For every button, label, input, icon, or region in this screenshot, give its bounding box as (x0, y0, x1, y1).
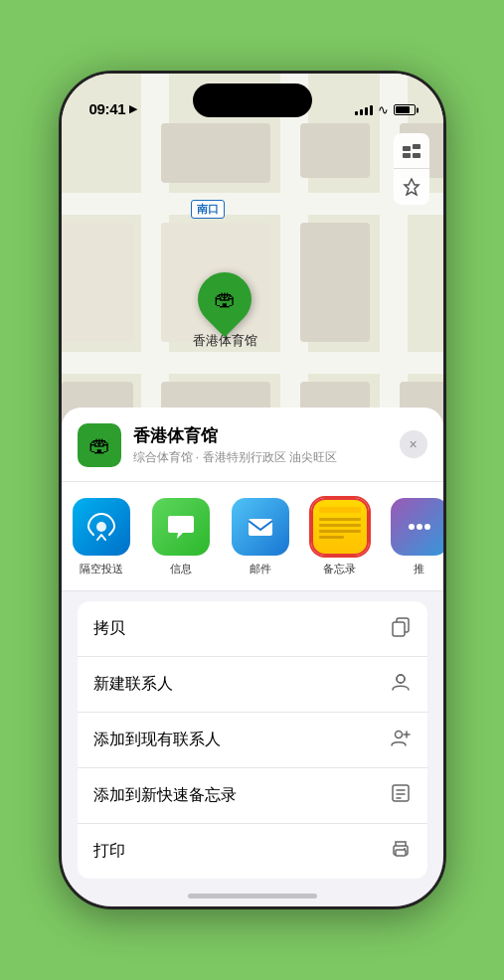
svg-rect-1 (413, 144, 420, 149)
note-icon (390, 782, 412, 809)
stadium-marker: 🏟 香港体育馆 (193, 272, 257, 350)
home-indicator-area (62, 879, 443, 906)
phone-frame: 09:41 ▶ ∿ (59, 71, 446, 909)
print-icon (390, 838, 412, 865)
copy-icon (390, 615, 412, 642)
share-message[interactable]: 信息 (141, 498, 221, 576)
dynamic-island (193, 83, 312, 117)
svg-rect-3 (413, 153, 420, 158)
action-quick-note-label: 添加到新快速备忘录 (93, 785, 237, 806)
airdrop-label: 隔空投送 (80, 562, 123, 576)
map-controls (394, 133, 429, 205)
status-icons: ∿ (355, 102, 416, 117)
signal-bar-2 (360, 109, 363, 115)
svg-rect-5 (249, 519, 272, 536)
svg-rect-10 (393, 622, 405, 636)
svg-rect-21 (396, 850, 406, 856)
bottom-sheet: 🏟 香港体育馆 综合体育馆 · 香港特别行政区 油尖旺区 × (62, 408, 443, 906)
share-mail[interactable]: 邮件 (221, 498, 300, 576)
venue-subtitle: 综合体育馆 · 香港特别行政区 油尖旺区 (133, 449, 427, 466)
svg-point-6 (409, 524, 415, 530)
signal-bar-3 (365, 107, 368, 115)
battery-icon (394, 104, 416, 115)
stadium-icon: 🏟 (214, 286, 236, 312)
more-icon (391, 498, 443, 556)
svg-point-8 (424, 524, 430, 530)
signal-bar-4 (370, 105, 373, 115)
action-print-label: 打印 (93, 841, 125, 862)
wifi-icon: ∿ (378, 102, 389, 117)
action-new-contact-label: 新建联系人 (93, 674, 173, 695)
action-add-contact[interactable]: 添加到现有联系人 (78, 713, 427, 768)
action-quick-note[interactable]: 添加到新快速备忘录 (78, 768, 427, 824)
notes-line-4 (319, 536, 344, 539)
person-icon (390, 671, 412, 698)
venue-name: 香港体育馆 (133, 424, 427, 447)
share-notes[interactable]: 备忘录 (300, 498, 380, 576)
status-time: 09:41 (89, 100, 126, 117)
svg-point-22 (404, 848, 406, 850)
svg-point-13 (395, 732, 402, 738)
sheet-header: 🏟 香港体育馆 综合体育馆 · 香港特别行政区 油尖旺区 × (62, 408, 443, 482)
action-copy-label: 拷贝 (93, 618, 125, 639)
mail-icon (232, 498, 289, 556)
location-button[interactable] (394, 169, 429, 205)
location-icon: ▶ (129, 102, 137, 115)
svg-point-7 (417, 524, 422, 530)
notes-label: 备忘录 (323, 562, 356, 576)
venue-icon: 🏟 (78, 423, 121, 467)
share-more[interactable]: 推 (380, 498, 443, 576)
person-add-icon (390, 727, 412, 753)
venue-info: 香港体育馆 综合体育馆 · 香港特别行政区 油尖旺区 (133, 424, 427, 466)
map-type-button[interactable] (394, 133, 429, 169)
action-list: 拷贝 新建联系人 (78, 601, 427, 879)
notes-line-3 (319, 530, 361, 533)
notes-icon (311, 498, 369, 556)
share-airdrop[interactable]: 隔空投送 (62, 498, 141, 576)
marker-pin: 🏟 (187, 261, 262, 337)
building-9 (62, 223, 133, 342)
battery-fill (396, 106, 410, 113)
action-print[interactable]: 打印 (78, 824, 427, 879)
more-label: 推 (414, 562, 424, 576)
signal-bars (355, 105, 373, 115)
home-indicator (188, 894, 317, 898)
action-copy[interactable]: 拷贝 (78, 601, 427, 657)
svg-rect-2 (403, 153, 411, 158)
map-label-nankou: 南口 (191, 200, 225, 219)
svg-rect-0 (403, 146, 411, 151)
building-5 (300, 223, 370, 342)
notes-top-bar (319, 507, 361, 513)
close-button[interactable]: × (400, 430, 427, 458)
svg-point-4 (96, 522, 106, 532)
mail-label: 邮件 (250, 562, 271, 576)
message-icon (152, 498, 210, 556)
message-label: 信息 (170, 562, 192, 576)
share-row: 隔空投送 信息 邮件 (62, 482, 443, 591)
airdrop-icon (73, 498, 130, 556)
svg-point-12 (397, 675, 405, 683)
notes-line-2 (319, 524, 361, 527)
notes-line-1 (319, 518, 361, 521)
action-new-contact[interactable]: 新建联系人 (78, 657, 427, 713)
signal-bar-1 (355, 111, 358, 115)
building-1 (161, 123, 270, 183)
building-2 (300, 123, 370, 178)
action-add-contact-label: 添加到现有联系人 (93, 730, 221, 750)
